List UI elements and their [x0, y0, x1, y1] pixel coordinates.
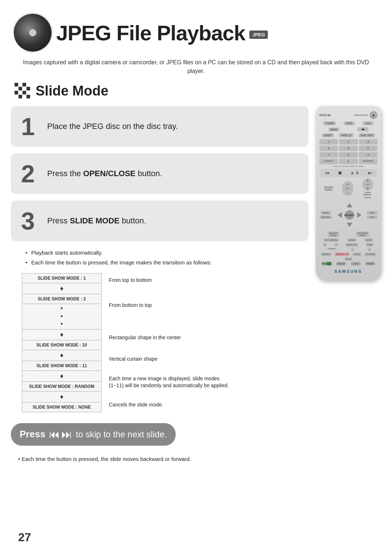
step-2-block: 2 Press the OPEN/CLOSE button.	[11, 153, 309, 194]
remote-logo: DVD-9x	[319, 113, 331, 117]
remote-btn-info[interactable]: INFO	[367, 211, 377, 215]
remote-btn-3[interactable]: 3	[359, 139, 377, 145]
step-1-block: 1 Place the JPEG disc on the disc tray.	[11, 106, 309, 147]
remote-numpad: 1 2 3 4 5 6 7 8 9 CANCEL 0 RESERVE	[319, 139, 377, 164]
remote-btn-discskip[interactable]: DISC SKIP	[359, 133, 375, 137]
remote-btn-disc[interactable]: DISC	[367, 215, 377, 219]
dpad-down[interactable]	[347, 223, 352, 227]
remote-btn-tempo-minus[interactable]: −	[351, 248, 355, 251]
slideshow-row-10: SLIDE SHOW MODE : 10	[22, 340, 101, 350]
remote-btn-8[interactable]: 8	[339, 152, 358, 158]
remote-volume-area: SOUNDMODE + VOL − ∧ TUN ∨ TUNERMEMORY P	[319, 178, 377, 199]
arrow-3: ♦	[22, 350, 101, 361]
remote-btn-tuner[interactable]: TUNER	[323, 121, 336, 125]
remote-b-hash-row: b # SUBTITLE STEP	[319, 243, 377, 247]
page-title: JPEG File Playback	[56, 21, 245, 45]
header-description: Images captured with a digital camera or…	[15, 58, 377, 76]
remote-btn-1[interactable]: 1	[319, 139, 338, 145]
bottom-section: Press ⏮ ⏭ to skip to the next slide. Eac…	[11, 423, 381, 462]
remote-btn-5[interactable]: 5	[339, 146, 358, 151]
remote-btn-tempo-plus[interactable]: +	[368, 248, 371, 251]
remote-btn-slide-mode[interactable]: SLIDE MODE	[322, 262, 332, 266]
dpad-right[interactable]	[357, 212, 362, 218]
remote-btn-female[interactable]: FEMALE	[321, 252, 332, 256]
remote-btn-4[interactable]: 4	[319, 146, 338, 151]
dpad-up[interactable]	[347, 203, 352, 207]
slideshow-row-none: SLIDE SHOW MODE : NONE	[22, 402, 101, 412]
transport-prev[interactable]: ⏮	[325, 170, 330, 175]
remote-btn-remain[interactable]: REMAIN	[365, 262, 375, 266]
dots-1: •••	[22, 304, 101, 329]
bullet-1: Playback starts automatically.	[25, 248, 294, 258]
dpad-enter[interactable]: ENTER⟳	[345, 210, 354, 220]
remote-btn-aux[interactable]: AUX	[363, 121, 373, 125]
remote-btn-rwff[interactable]: ◀▶	[358, 127, 368, 131]
remote-btn-6[interactable]: 6	[359, 146, 377, 151]
remote-btn-9[interactable]: 9	[359, 152, 377, 158]
step-3-block: 3 Press SLIDE MODE button.	[11, 200, 309, 241]
remote-btn-male[interactable]: MALE	[344, 257, 352, 261]
remote-btn-b[interactable]: b	[323, 243, 327, 247]
remote-btn-logo[interactable]: LOGO	[351, 262, 361, 266]
remote-top: DVD-9x OPEN/CLOSE ▲	[319, 111, 377, 119]
remote-btn-0[interactable]: 0	[339, 159, 358, 164]
remote-btn-cancel[interactable]: CANCEL	[319, 159, 338, 164]
volume-rocker[interactable]: + VOL −	[342, 181, 353, 196]
content-left: 1 Place the JPEG disc on the disc tray. …	[11, 106, 309, 416]
remote-btn-repeat-ab[interactable]: REPEAT A-B	[335, 252, 350, 256]
remote-color-buttons: SLIDE MODE REPEAT LOGO REMAIN	[319, 262, 377, 266]
step-3-text: Press SLIDE MODE button.	[47, 215, 146, 227]
content-area: 1 Place the JPEG disc on the disc tray. …	[0, 106, 392, 416]
transport-next[interactable]: ⏭	[368, 170, 372, 175]
remote-btn-7[interactable]: 7	[319, 152, 338, 158]
remote-sleep-row: SLEEP TAPE 1/2 DISC SKIP	[319, 133, 377, 137]
remote-btn-reserve[interactable]: RESERVE	[359, 159, 377, 164]
desc-10: Rectangular shape in the center	[109, 333, 298, 343]
remote-btn-menu[interactable]: MENU	[320, 211, 331, 215]
header: 0101010101010101010101010101010101010101…	[0, 0, 392, 58]
remote-band-row: BAND ◀▶	[319, 127, 377, 131]
open-close-button[interactable]: ▲	[369, 111, 377, 119]
transport-stop[interactable]: ⏹	[338, 170, 342, 175]
right-buttons: INFO DISC	[367, 211, 377, 219]
slideshow-row-1: SLIDE SHOW MODE : 1	[22, 274, 101, 283]
slideshow-table: SLIDE SHOW MODE : 1 ♦ SLIDE SHOW MODE : …	[22, 273, 102, 412]
remote-song-row: SEARCHSONG FAVORITESONG	[319, 231, 377, 237]
desc-2: From bottom to top	[109, 300, 298, 311]
remote-btn-favorite-song[interactable]: FAVORITESONG	[356, 231, 369, 237]
remote-btn-key-control[interactable]: KEY CONTROL	[324, 238, 339, 242]
samsung-logo: SAMSUNG	[319, 269, 377, 274]
bullets-list: Playback starts automatically. Each time…	[25, 248, 294, 267]
remote-btn-tape[interactable]: TAPE	[344, 121, 355, 125]
tuner-memory-label: TUNERMEMORY	[363, 191, 371, 196]
step-1-number: 1	[21, 114, 39, 139]
tuning-rocker[interactable]: ∧ TUN ∨	[362, 178, 373, 191]
remote-btn-sleep[interactable]: SLEEP	[322, 133, 334, 137]
remote-btn-subtitle[interactable]: SUBTITLE	[346, 243, 358, 247]
remote-btn-slow[interactable]: SLOW	[365, 238, 373, 242]
remote-btn-zoom[interactable]: ZOOM	[347, 238, 356, 242]
desc-none: Cancels the slide mode.	[109, 400, 298, 410]
remote-female-row: FEMALE REPEAT A-B AUDIO CD VIEW	[319, 252, 377, 256]
remote-btn-band[interactable]: BAND	[328, 127, 339, 131]
remote-btn-search-song[interactable]: SEARCHSONG	[328, 231, 339, 237]
remote-btn-tape12[interactable]: TAPE 1/2	[339, 133, 353, 137]
remote-male-row: MALE	[319, 257, 377, 261]
remote-btn-cd-view[interactable]: CD VIEW	[364, 252, 376, 256]
remote-btn-step[interactable]: STEP	[366, 243, 374, 247]
remote-btn-audio[interactable]: AUDIO	[352, 252, 362, 256]
remote-area: DVD-9x OPEN/CLOSE ▲ TUNER TAPE AUX BAND …	[312, 106, 385, 281]
step-3-number: 3	[21, 208, 39, 233]
transport-play-pause[interactable]: ⏵⏸	[351, 170, 359, 175]
remote-btn-hash[interactable]: #	[334, 243, 338, 247]
remote-key-zoom-row: KEY CONTROL ZOOM SLOW	[319, 238, 377, 242]
bullet-2: Each time the button is pressed, the ima…	[25, 258, 294, 267]
slide-mode-icon	[15, 83, 30, 99]
remote-btn-repeat[interactable]: REPEAT	[336, 262, 346, 266]
dpad-left[interactable]	[338, 212, 342, 218]
jpeg-badge: JPEG	[249, 31, 268, 39]
slideshow-row-random: SLIDE SHOW MODE : RANDOM	[22, 382, 101, 392]
remote-btn-return[interactable]: RETURN	[319, 215, 332, 219]
open-close-label: OPEN/CLOSE	[354, 114, 368, 116]
remote-btn-2[interactable]: 2	[339, 139, 358, 145]
